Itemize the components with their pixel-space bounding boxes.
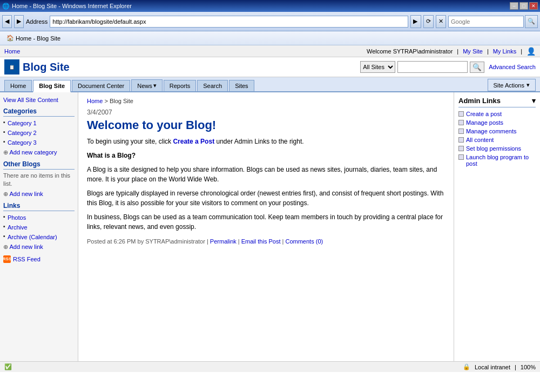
links-section-title: Links bbox=[3, 202, 75, 211]
favorites-home-link[interactable]: 🏠 Home - Blog Site bbox=[4, 33, 63, 44]
add-new-link[interactable]: Add new link bbox=[9, 244, 43, 250]
main-area: View All Site Content Categories ▪ Categ… bbox=[0, 92, 540, 361]
close-button[interactable]: ✕ bbox=[529, 2, 538, 10]
post-para2: Blogs are typically displayed in reverse… bbox=[87, 188, 445, 208]
zoom-level: 100% bbox=[521, 364, 536, 370]
post-intro-text: To begin using your site, click bbox=[87, 138, 173, 145]
tab-sites[interactable]: Sites bbox=[229, 80, 254, 91]
manage-posts-link[interactable]: Manage posts bbox=[458, 119, 536, 126]
manage-comments-link[interactable]: Manage comments bbox=[458, 128, 536, 134]
breadcrumb: Home > Blog Site bbox=[87, 98, 445, 104]
posted-by-text: Posted at 6:26 PM by SYTRAP\administrato… bbox=[87, 238, 205, 245]
launch-blog-program-link[interactable]: Launch blog program to post bbox=[458, 154, 536, 167]
create-post-admin-link[interactable]: Create a post bbox=[458, 111, 536, 117]
site-search-input[interactable] bbox=[397, 61, 468, 73]
add-blog-link[interactable]: Add new link bbox=[9, 191, 43, 197]
add-link-item: ⊕ Add new link bbox=[3, 244, 75, 251]
site-search-button[interactable]: 🔍 bbox=[470, 62, 484, 73]
breadcrumb-current: Blog Site bbox=[110, 98, 133, 104]
site-actions-button[interactable]: Site Actions ▾ bbox=[488, 79, 536, 91]
welcome-text: Welcome SYTRAP\administrator bbox=[367, 48, 453, 55]
post-footer: Posted at 6:26 PM by SYTRAP\administrato… bbox=[87, 238, 445, 245]
home-link[interactable]: Home bbox=[4, 48, 20, 55]
ready-icon: ✅ bbox=[4, 363, 12, 370]
back-button[interactable]: ◀ bbox=[2, 15, 12, 28]
set-blog-permissions-link[interactable]: Set blog permissions bbox=[458, 145, 536, 152]
bullet-icon: ▪ bbox=[3, 138, 5, 145]
user-icon: 👤 bbox=[526, 47, 536, 56]
other-blogs-section-title: Other Blogs bbox=[3, 160, 75, 170]
view-all-content-link[interactable]: View All Site Content bbox=[3, 97, 75, 103]
category-3-item: ▪ Category 3 bbox=[3, 138, 75, 147]
tab-search[interactable]: Search bbox=[197, 80, 228, 91]
breadcrumb-home[interactable]: Home bbox=[87, 98, 103, 104]
address-bar: Address ▶ ⟳ ✕ bbox=[26, 15, 446, 28]
main-content: Home > Blog Site 3/4/2007 Welcome to you… bbox=[78, 92, 454, 361]
rss-feed-link[interactable]: RSS Feed bbox=[13, 256, 40, 262]
site-logo: 📋 bbox=[4, 59, 19, 75]
admin-panel-header: Admin Links ▾ bbox=[458, 97, 536, 107]
address-input[interactable] bbox=[50, 16, 408, 28]
add-category-item: ⊕ Add new category bbox=[3, 149, 75, 156]
site-search-scope[interactable]: All Sites This Site bbox=[360, 61, 395, 73]
my-site-link[interactable]: My Site bbox=[463, 48, 483, 55]
admin-link-icon bbox=[458, 154, 464, 160]
post-date: 3/4/2007 bbox=[87, 109, 445, 116]
site-title-area: 📋 Blog Site bbox=[4, 59, 70, 75]
stop-button[interactable]: ✕ bbox=[436, 15, 446, 28]
lock-icon: 🔒 bbox=[463, 363, 470, 370]
archive-calendar-link[interactable]: Archive (Calendar) bbox=[8, 234, 57, 240]
titlebar: 🌐 Home - Blog Site - Windows Internet Ex… bbox=[0, 0, 540, 12]
nav-tabs: Home Blog Site Document Center News ▾ Re… bbox=[0, 77, 540, 92]
bullet-icon: ▪ bbox=[3, 223, 5, 229]
bullet-icon: ▪ bbox=[3, 119, 5, 125]
window-controls[interactable]: – □ ✕ bbox=[510, 2, 538, 10]
photos-link[interactable]: Photos bbox=[8, 214, 26, 221]
comments-link[interactable]: Comments (0) bbox=[285, 238, 323, 245]
categories-section-title: Categories bbox=[3, 107, 75, 117]
my-links-link[interactable]: My Links bbox=[493, 48, 516, 55]
browser-search-button[interactable]: 🔍 bbox=[525, 15, 538, 28]
post-para1: A Blog is a site designed to help you sh… bbox=[87, 165, 445, 184]
status-text: Local intranet bbox=[475, 364, 510, 370]
forward-button[interactable]: ▶ bbox=[14, 15, 24, 28]
address-label: Address bbox=[26, 18, 48, 25]
titlebar-text: Home - Blog Site - Windows Internet Expl… bbox=[12, 3, 132, 9]
tab-news[interactable]: News ▾ bbox=[131, 79, 163, 91]
tab-reports[interactable]: Reports bbox=[164, 80, 197, 91]
add-icon: ⊕ bbox=[3, 149, 8, 156]
site-banner: 📋 Blog Site All Sites This Site 🔍 Advanc… bbox=[0, 57, 540, 77]
breadcrumb-separator: > bbox=[104, 98, 107, 104]
category-3-link[interactable]: Category 3 bbox=[8, 139, 37, 146]
category-2-item: ▪ Category 2 bbox=[3, 129, 75, 137]
admin-link-icon bbox=[458, 120, 464, 125]
email-post-link[interactable]: Email this Post bbox=[241, 238, 281, 245]
admin-panel-title: Admin Links bbox=[458, 97, 501, 105]
add-blog-icon: ⊕ bbox=[3, 191, 8, 197]
bullet-icon: ▪ bbox=[3, 129, 5, 135]
browser-toolbar: ◀ ▶ Address ▶ ⟳ ✕ 🔍 bbox=[0, 12, 540, 31]
archive-item: ▪ Archive bbox=[3, 223, 75, 232]
other-blogs-empty-text: There are no items in this list. bbox=[3, 172, 75, 188]
tab-document-center[interactable]: Document Center bbox=[72, 80, 130, 91]
tab-home[interactable]: Home bbox=[4, 80, 32, 91]
minimize-button[interactable]: – bbox=[510, 2, 518, 10]
admin-link-icon bbox=[458, 137, 464, 143]
archive-link[interactable]: Archive bbox=[8, 224, 28, 231]
admin-link-icon bbox=[458, 111, 464, 117]
permalink-link[interactable]: Permalink bbox=[210, 238, 237, 245]
titlebar-title: 🌐 Home - Blog Site - Windows Internet Ex… bbox=[2, 3, 510, 10]
go-button[interactable]: ▶ bbox=[410, 15, 421, 28]
category-2-link[interactable]: Category 2 bbox=[8, 130, 37, 136]
admin-link-icon bbox=[458, 146, 464, 151]
category-1-link[interactable]: Category 1 bbox=[8, 120, 37, 126]
refresh-button[interactable]: ⟳ bbox=[423, 15, 434, 28]
create-post-link[interactable]: Create a Post bbox=[173, 138, 214, 145]
tab-blog-site[interactable]: Blog Site bbox=[33, 80, 71, 92]
browser-search-input[interactable] bbox=[448, 16, 524, 28]
admin-panel-arrow: ▾ bbox=[532, 97, 536, 105]
restore-button[interactable]: □ bbox=[519, 2, 528, 10]
all-content-link[interactable]: All content bbox=[458, 137, 536, 143]
advanced-search-link[interactable]: Advanced Search bbox=[489, 64, 536, 70]
add-category-link[interactable]: Add new category bbox=[9, 149, 57, 156]
